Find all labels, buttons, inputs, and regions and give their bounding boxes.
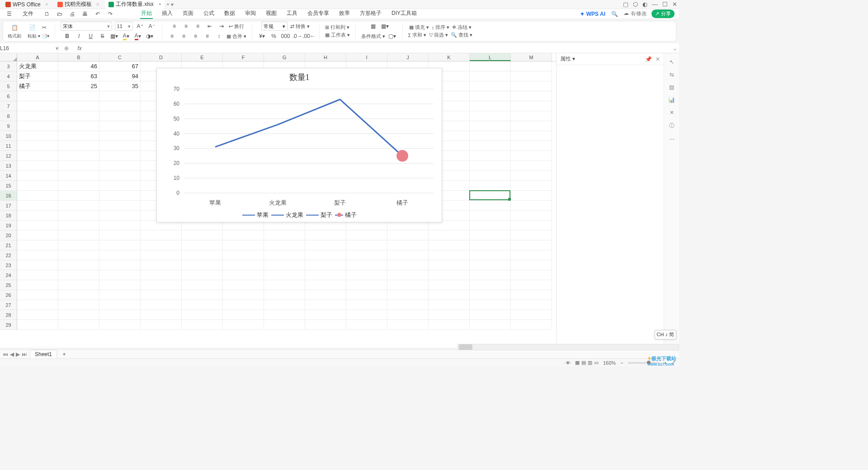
zoom-value[interactable]: 160% [603, 360, 616, 366]
cell[interactable] [264, 260, 305, 270]
cell[interactable] [387, 300, 429, 310]
dec-decimal-icon[interactable]: .00← [305, 32, 314, 41]
row-header[interactable]: 4 [0, 71, 17, 81]
cell[interactable]: 94 [99, 71, 141, 81]
cell[interactable] [17, 240, 58, 250]
sum-button[interactable]: Σ 求和▾ [408, 32, 427, 38]
cell[interactable] [58, 300, 99, 310]
cell[interactable] [511, 181, 552, 191]
cell[interactable] [429, 280, 470, 290]
cell[interactable] [346, 250, 387, 260]
ribbon-tab[interactable]: 插入 [161, 9, 174, 19]
cell[interactable]: 63 [58, 71, 99, 81]
window-control[interactable]: ◐ [642, 1, 647, 8]
cell[interactable] [305, 240, 346, 250]
cell[interactable] [99, 121, 141, 131]
fx-label[interactable]: fx [74, 45, 85, 52]
cell[interactable] [223, 260, 264, 270]
cell[interactable] [305, 320, 346, 330]
cell[interactable] [305, 290, 346, 300]
cell-style-icon[interactable]: ▢▾ [388, 32, 397, 41]
format-brush-icon[interactable]: 📋 [10, 23, 19, 32]
cell[interactable]: 火龙果 [17, 61, 58, 71]
cell[interactable] [511, 201, 552, 211]
cell[interactable] [58, 290, 99, 300]
cell[interactable] [58, 111, 99, 121]
cell[interactable] [429, 320, 470, 330]
column-header[interactable]: L [470, 53, 511, 61]
cell[interactable] [470, 230, 511, 240]
cell[interactable] [346, 300, 387, 310]
window-control[interactable]: ☐ [662, 1, 668, 8]
cell[interactable] [99, 260, 141, 270]
window-tab[interactable]: 找稻壳模板× [54, 0, 103, 9]
cell[interactable] [99, 111, 141, 121]
cell[interactable] [17, 141, 58, 151]
row-header[interactable]: 9 [0, 121, 17, 131]
cell[interactable] [141, 230, 182, 240]
cell[interactable] [182, 250, 223, 260]
cell[interactable] [387, 310, 429, 320]
view-layout-button[interactable]: ▤ [581, 360, 586, 366]
ribbon-tab[interactable]: 公式 [203, 9, 215, 19]
sheet-tab[interactable]: Sheet1 [30, 350, 57, 358]
cell[interactable] [182, 320, 223, 330]
cell[interactable] [17, 161, 58, 171]
cell[interactable] [223, 310, 264, 320]
cell[interactable] [264, 290, 305, 300]
cell[interactable] [305, 300, 346, 310]
horizontal-scrollbar[interactable] [458, 344, 679, 350]
column-header[interactable]: H [305, 53, 346, 61]
wrap-text-button[interactable]: ↩ 换行 [229, 23, 244, 30]
cell[interactable] [99, 211, 141, 221]
quick-icon[interactable]: ↶ [93, 9, 102, 19]
cell[interactable] [99, 151, 141, 161]
cell[interactable] [429, 270, 470, 280]
cell[interactable] [387, 280, 429, 290]
cell[interactable] [511, 71, 552, 81]
cell[interactable] [511, 260, 552, 270]
cell[interactable] [58, 280, 99, 290]
cell[interactable] [99, 320, 141, 330]
align-justify-icon[interactable]: ≡ [203, 32, 212, 41]
cell[interactable] [99, 230, 141, 240]
file-menu[interactable]: 文件 [22, 9, 34, 19]
sheet-nav-button[interactable]: ◀ [10, 351, 14, 357]
cell[interactable] [17, 111, 58, 121]
highlight-button[interactable]: ◑▾ [145, 32, 154, 41]
cell[interactable] [141, 300, 182, 310]
view-layout-button[interactable]: ▥ [588, 360, 592, 366]
cell[interactable] [264, 240, 305, 250]
ribbon-tab[interactable]: 方形格子 [359, 9, 382, 19]
cell[interactable] [17, 211, 58, 221]
cell[interactable] [223, 320, 264, 330]
cell[interactable] [58, 221, 99, 230]
close-panel-icon[interactable]: ✕ [656, 56, 660, 62]
cell[interactable] [470, 240, 511, 250]
row-header[interactable]: 25 [0, 280, 17, 290]
wps-ai[interactable]: ✦ WPS AI [580, 11, 605, 17]
cell[interactable] [470, 181, 511, 191]
rowcol-button[interactable]: ⊞ 行和列▾ [325, 24, 349, 31]
column-header[interactable]: A [17, 53, 58, 61]
cell[interactable] [305, 270, 346, 280]
cell[interactable] [99, 240, 141, 250]
filter-button[interactable]: ▽ 筛选▾ [429, 32, 448, 38]
cell[interactable] [99, 91, 141, 101]
cell[interactable] [511, 91, 552, 101]
cell[interactable]: 46 [58, 61, 99, 71]
cell[interactable] [99, 221, 141, 230]
zoom-fx-icon[interactable]: ⊕ [59, 45, 74, 52]
align-left-icon[interactable]: ≡ [168, 32, 177, 41]
cell[interactable] [182, 260, 223, 270]
cell[interactable]: 35 [99, 81, 141, 91]
cell[interactable] [99, 300, 141, 310]
ribbon-tab[interactable]: 审阅 [244, 9, 257, 19]
column-header[interactable]: D [141, 53, 182, 61]
ribbon-tab[interactable]: 页面 [182, 9, 194, 19]
cell[interactable] [99, 191, 141, 201]
siderail-icon[interactable]: ⋯ [669, 136, 675, 142]
cell[interactable] [511, 151, 552, 161]
pin-icon[interactable]: 📌 [645, 56, 652, 62]
share-button[interactable]: ↗ 分享 [651, 9, 675, 18]
